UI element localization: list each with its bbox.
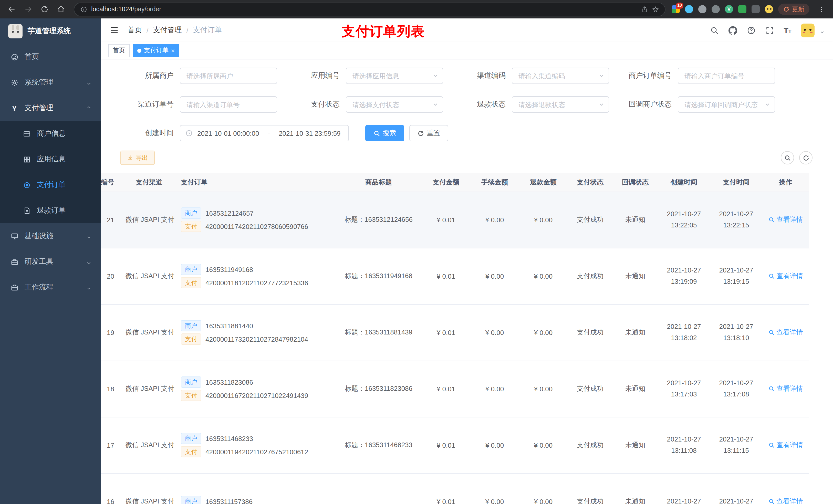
channel-order-no-input[interactable] [180,96,277,113]
avatar-caret-icon[interactable] [820,28,825,33]
fullscreen-icon[interactable] [765,26,774,35]
font-size-icon[interactable]: TT [784,26,791,34]
cell-channel: 微信 JSAPI 支付 [121,248,177,304]
forward-icon[interactable] [22,3,35,16]
screen: localhost:1024/pay/order 10 V 更新 [0,0,833,504]
cell-refund: ¥ 0.00 [519,473,568,504]
cell-fee: ¥ 0.00 [470,473,519,504]
cell-create-time: 2021-10-2713:17:03 [658,361,710,417]
table-row[interactable]: 20 微信 JSAPI 支付 商户1635311949168 支付4200001… [101,248,809,304]
notify-status-select[interactable] [678,96,775,113]
view-detail-link[interactable]: 查看详情 [768,497,803,504]
yen-icon: ¥ [10,104,19,112]
breadcrumb-payment[interactable]: 支付管理 [153,26,182,35]
sidebar-item-home[interactable]: 首页 [0,44,101,70]
header-id: 编号 [101,173,121,192]
tab-home[interactable]: 首页 [108,44,129,57]
sidebar-toggle-icon[interactable] [109,25,119,35]
view-detail-link[interactable]: 查看详情 [768,328,803,337]
site-info-icon[interactable] [80,6,87,13]
chevron-down-icon [86,80,92,85]
refund-status-select[interactable] [512,96,609,113]
url-text: localhost:1024/pay/order [91,6,637,13]
chevron-up-icon [86,105,92,111]
sidebar-item-refund-order[interactable]: 退款订单 [0,198,101,223]
merchant-input[interactable] [180,68,277,84]
close-icon[interactable]: × [171,47,175,53]
cell-title: 标题：1635312124656 [336,192,422,248]
logo[interactable]: 芋道管理系统 [0,19,101,44]
extension-dark-icon[interactable] [752,5,760,13]
refresh-table-icon[interactable] [799,151,812,164]
view-detail-link[interactable]: 查看详情 [768,271,803,281]
merchant-order-no-input[interactable] [678,68,775,84]
cell-refund: ¥ 0.00 [519,417,568,473]
sidebar-item-app-info[interactable]: 应用信息 [0,146,101,172]
cell-refund: ¥ 0.00 [519,304,568,361]
table-row[interactable]: 17 微信 JSAPI 支付 商户1635311468233 支付4200001… [101,417,809,473]
cell-notify-status: 未通知 [613,361,658,417]
sidebar-item-workflow[interactable]: 工作流程 [0,274,101,300]
reset-button[interactable]: 重置 [409,125,448,141]
cell-fee: ¥ 0.00 [470,192,519,248]
vue-devtools-icon[interactable]: V [725,5,733,13]
extension-emoji-icon[interactable] [765,5,773,13]
sidebar-item-pay-order[interactable]: 支付订单 [0,172,101,198]
table-row[interactable]: 16 微信 JSAPI 支付 商户1635311157386 ¥ 0.01 ¥ … [101,473,809,504]
channel-code-select[interactable] [512,68,609,84]
sidebar-item-merchant-info[interactable]: 商户信息 [0,121,101,146]
date-range-input[interactable]: 2021-10-01 00:00:00 - 2021-10-31 23:59:5… [180,125,349,141]
extension-puzzle[interactable]: 10 [672,5,680,13]
share-icon[interactable] [641,6,648,13]
sidebar-item-payment[interactable]: ¥ 支付管理 [0,95,101,121]
cell-pay-time: 2021-10-2713:22:15 [710,192,762,248]
cell-id: 21 [101,192,121,248]
active-tab-dot [137,48,141,52]
hide-search-icon[interactable] [781,151,794,164]
extension-gray-icon[interactable] [698,5,707,13]
view-detail-link[interactable]: 查看详情 [768,384,803,393]
chrome-update-button[interactable]: 更新 [778,4,809,15]
merchant-tag: 商户 [181,264,201,275]
avatar[interactable] [801,23,814,37]
view-detail-link[interactable]: 查看详情 [768,215,803,224]
table-row[interactable]: 21 微信 JSAPI 支付 商户1635312124657 支付4200001… [101,192,809,248]
search-icon[interactable] [710,26,719,35]
home-icon[interactable] [54,3,68,16]
cell-id: 20 [101,248,121,304]
header-pay-time: 支付时间 [710,173,762,192]
page-title: 支付订单列表 [342,23,425,41]
briefcase-icon [10,283,19,291]
table-row[interactable]: 18 微信 JSAPI 支付 商户1635311823086 支付4200001… [101,361,809,417]
search-icon [768,273,774,279]
cell-notify-status: 未通知 [613,473,658,504]
sidebar-item-system[interactable]: 系统管理 [0,70,101,95]
github-icon[interactable] [728,26,737,35]
url-bar[interactable]: localhost:1024/pay/order [74,2,665,16]
filter-pay-status: 支付状态 [286,96,443,113]
cell-title [336,473,422,504]
search-button[interactable]: 搜索 [365,125,404,141]
reload-icon[interactable] [38,3,51,16]
view-detail-link[interactable]: 查看详情 [768,440,803,450]
app-id-select[interactable] [346,68,443,84]
filter-create-time: 创建时间 2021-10-01 00:00:00 - 2021-10-31 23… [120,125,349,141]
browser-menu-icon[interactable] [814,3,828,16]
extension-gray2-icon[interactable] [712,5,720,13]
cell-channel: 微信 JSAPI 支付 [121,192,177,248]
extension-badge: 10 [676,3,684,9]
table-row[interactable]: 19 微信 JSAPI 支付 商户1635311881440 支付4200001… [101,304,809,361]
extension-drop-icon[interactable] [685,5,693,13]
pay-status-select[interactable] [346,96,443,113]
cell-pay-status: 支付成功 [568,473,613,504]
cell-title: 标题：1635311468233 [336,417,422,473]
export-button[interactable]: 导出 [120,150,155,165]
help-icon[interactable] [747,26,756,35]
sidebar-item-infra[interactable]: 基础设施 [0,223,101,249]
bookmark-star-icon[interactable] [652,6,659,13]
extension-green-icon[interactable] [738,5,746,13]
sidebar-item-dev-tools[interactable]: 研发工具 [0,249,101,274]
back-icon[interactable] [5,3,19,16]
tab-pay-order[interactable]: 支付订单 × [133,44,179,57]
breadcrumb-home[interactable]: 首页 [127,26,142,35]
